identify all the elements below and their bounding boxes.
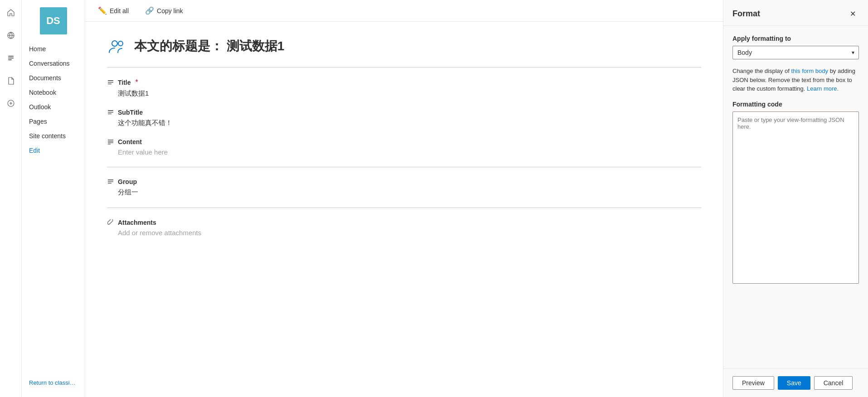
attachments-label-row: Attachments: [107, 219, 701, 226]
field-content-label-row: Content: [107, 138, 701, 145]
site-logo: DS: [40, 7, 67, 34]
main-content: ✏️ Edit all 🔗 Copy link 本文的标题是： 测试数据1: [85, 0, 723, 397]
svg-rect-3: [8, 59, 12, 60]
edit-all-button[interactable]: ✏️ Edit all: [94, 5, 132, 17]
attachments-section: Attachments Add or remove attachments: [107, 219, 701, 237]
field-title-label-row: Title *: [107, 78, 701, 87]
form-title: 本文的标题是： 测试数据1: [134, 38, 284, 55]
nav-pages[interactable]: Pages: [22, 114, 85, 129]
globe-icon[interactable]: [4, 28, 18, 43]
svg-rect-14: [108, 141, 113, 142]
nav-outlook[interactable]: Outlook: [22, 100, 85, 114]
svg-rect-10: [108, 110, 113, 111]
field-content-icon: [107, 138, 114, 145]
highlight-text: this form body: [791, 68, 828, 74]
close-button[interactable]: ✕: [846, 7, 859, 20]
field-title-value: 测试数据1: [107, 89, 701, 98]
nav-documents[interactable]: Documents: [22, 71, 85, 85]
formatting-code-label: Formatting code: [732, 101, 859, 108]
svg-rect-7: [108, 80, 113, 81]
svg-rect-9: [108, 84, 112, 85]
preview-button[interactable]: Preview: [732, 376, 774, 390]
field-group: Group 分组一: [107, 178, 701, 197]
cancel-button[interactable]: Cancel: [814, 376, 853, 390]
svg-rect-16: [108, 144, 111, 145]
field-group-label: Group: [118, 178, 137, 185]
field-subtitle-label-row: SubTitle: [107, 109, 701, 116]
svg-rect-2: [8, 58, 14, 58]
svg-rect-8: [108, 82, 113, 83]
form-area: 本文的标题是： 测试数据1 Title * 测试数据1: [85, 22, 723, 397]
form-bottom-divider: [107, 208, 701, 208]
form-people-icon: [107, 36, 127, 56]
form-divider: [107, 67, 701, 68]
field-group-value: 分组一: [107, 188, 701, 197]
form-header: 本文的标题是： 测试数据1: [107, 36, 701, 56]
edit-all-label: Edit all: [110, 7, 129, 15]
svg-rect-18: [108, 181, 113, 182]
add-circle-icon[interactable]: [4, 96, 18, 111]
paperclip-icon: [107, 219, 114, 226]
format-panel-footer: Preview Save Cancel: [723, 368, 868, 397]
apply-formatting-label: Apply formatting to: [732, 35, 859, 42]
field-content: Content Enter value here: [107, 138, 701, 156]
format-panel-body: Apply formatting to Body Header Footer ▾…: [723, 26, 868, 368]
home-icon[interactable]: [4, 5, 18, 20]
icon-bar: [0, 0, 22, 397]
format-panel-header: Format ✕: [723, 0, 868, 26]
format-panel: Format ✕ Apply formatting to Body Header…: [723, 0, 868, 397]
field-subtitle-label: SubTitle: [118, 109, 143, 116]
field-content-placeholder: Enter value here: [107, 148, 701, 156]
attachments-label: Attachments: [118, 219, 156, 226]
format-description: Change the display of this form body by …: [732, 67, 859, 93]
svg-rect-17: [108, 179, 113, 180]
formatting-code-textarea[interactable]: [732, 111, 859, 284]
nav-site-contents[interactable]: Site contents: [22, 129, 85, 143]
form-mid-divider: [107, 167, 701, 167]
field-title-icon: [107, 79, 114, 86]
format-select-wrapper: Body Header Footer ▾: [732, 46, 859, 59]
field-subtitle: SubTitle 这个功能真不错！: [107, 109, 701, 127]
toolbar: ✏️ Edit all 🔗 Copy link: [85, 0, 723, 22]
copy-link-label: Copy link: [157, 7, 183, 15]
field-group-label-row: Group: [107, 178, 701, 185]
save-button[interactable]: Save: [778, 376, 810, 390]
svg-rect-11: [108, 112, 113, 113]
svg-rect-13: [108, 140, 113, 140]
link-icon: 🔗: [145, 6, 154, 15]
format-select[interactable]: Body Header Footer: [732, 46, 859, 59]
svg-rect-1: [8, 56, 14, 57]
attachments-placeholder: Add or remove attachments: [107, 229, 701, 237]
svg-point-6: [118, 41, 123, 46]
field-subtitle-value: 这个功能真不错！: [107, 119, 701, 127]
field-content-label: Content: [118, 138, 142, 145]
nav-home[interactable]: Home: [22, 42, 85, 56]
svg-rect-15: [108, 142, 113, 143]
field-group-icon: [107, 178, 114, 185]
edit-icon: ✏️: [98, 6, 107, 15]
svg-point-5: [112, 41, 117, 46]
nav-edit[interactable]: Edit: [22, 143, 85, 158]
copy-link-button[interactable]: 🔗 Copy link: [141, 5, 187, 17]
list-icon[interactable]: [4, 51, 18, 65]
nav-return-classic[interactable]: Return to classic Sha...: [22, 376, 85, 390]
format-panel-title: Format: [732, 9, 760, 19]
field-title: Title * 测试数据1: [107, 78, 701, 98]
nav-conversations[interactable]: Conversations: [22, 56, 85, 71]
svg-rect-12: [108, 114, 112, 115]
left-nav: DS Home Conversations Documents Notebook…: [22, 0, 85, 397]
file-icon[interactable]: [4, 73, 18, 88]
svg-rect-19: [108, 183, 112, 184]
field-title-label: Title: [118, 79, 131, 86]
field-subtitle-icon: [107, 109, 114, 116]
learn-more-link[interactable]: Learn more.: [807, 85, 839, 92]
nav-notebook[interactable]: Notebook: [22, 85, 85, 100]
field-title-required: *: [136, 78, 138, 87]
